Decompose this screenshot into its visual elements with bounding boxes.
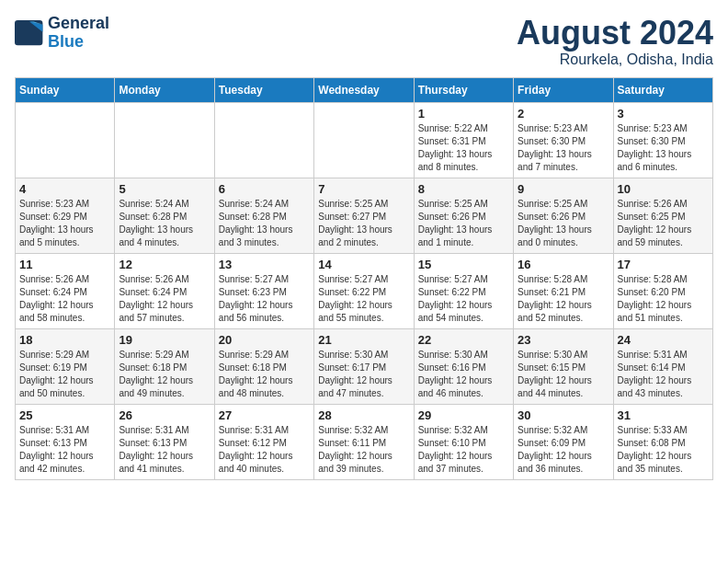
day-info: Sunrise: 5:30 AM Sunset: 6:17 PM Dayligh… (318, 349, 409, 400)
day-info: Sunrise: 5:23 AM Sunset: 6:30 PM Dayligh… (618, 122, 709, 174)
logo-line1: General (48, 15, 109, 33)
calendar-cell: 11Sunrise: 5:26 AM Sunset: 6:24 PM Dayli… (16, 253, 115, 328)
calendar-cell: 27Sunrise: 5:31 AM Sunset: 6:12 PM Dayli… (214, 404, 313, 479)
day-number: 22 (418, 333, 509, 347)
day-info: Sunrise: 5:30 AM Sunset: 6:15 PM Dayligh… (518, 349, 609, 400)
day-info: Sunrise: 5:25 AM Sunset: 6:27 PM Dayligh… (318, 198, 409, 249)
weekday-header: Saturday (613, 77, 712, 102)
day-number: 27 (219, 408, 310, 422)
day-number: 12 (119, 258, 210, 271)
logo-line2: Blue (48, 33, 109, 52)
calendar-cell: 23Sunrise: 5:30 AM Sunset: 6:15 PM Dayli… (514, 328, 613, 404)
calendar-cell: 24Sunrise: 5:31 AM Sunset: 6:14 PM Dayli… (613, 328, 712, 404)
day-number: 1 (418, 107, 509, 121)
day-info: Sunrise: 5:31 AM Sunset: 6:13 PM Dayligh… (19, 424, 110, 476)
day-info: Sunrise: 5:28 AM Sunset: 6:20 PM Dayligh… (618, 273, 709, 325)
day-number: 4 (19, 182, 110, 196)
day-number: 28 (318, 408, 409, 422)
calendar-cell (16, 102, 115, 178)
day-info: Sunrise: 5:26 AM Sunset: 6:24 PM Dayligh… (119, 273, 210, 325)
calendar-cell (115, 102, 214, 178)
calendar-week-row: 4Sunrise: 5:23 AM Sunset: 6:29 PM Daylig… (16, 178, 713, 253)
calendar-cell: 20Sunrise: 5:29 AM Sunset: 6:18 PM Dayli… (214, 328, 313, 404)
calendar-cell: 14Sunrise: 5:27 AM Sunset: 6:22 PM Dayli… (314, 253, 414, 328)
weekday-header: Thursday (414, 77, 513, 102)
day-number: 15 (418, 258, 509, 271)
day-number: 6 (219, 182, 310, 196)
day-info: Sunrise: 5:23 AM Sunset: 6:29 PM Dayligh… (19, 198, 110, 249)
day-number: 24 (618, 333, 709, 347)
calendar-cell: 2Sunrise: 5:23 AM Sunset: 6:30 PM Daylig… (514, 102, 613, 178)
day-info: Sunrise: 5:27 AM Sunset: 6:23 PM Dayligh… (219, 273, 310, 325)
calendar-cell: 30Sunrise: 5:32 AM Sunset: 6:09 PM Dayli… (514, 404, 613, 479)
day-info: Sunrise: 5:26 AM Sunset: 6:25 PM Dayligh… (618, 198, 709, 249)
calendar-week-row: 18Sunrise: 5:29 AM Sunset: 6:19 PM Dayli… (16, 328, 713, 404)
day-info: Sunrise: 5:28 AM Sunset: 6:21 PM Dayligh… (518, 273, 609, 325)
day-number: 29 (418, 408, 509, 422)
calendar-cell (314, 102, 414, 178)
calendar-cell: 10Sunrise: 5:26 AM Sunset: 6:25 PM Dayli… (613, 178, 712, 253)
weekday-header-row: SundayMondayTuesdayWednesdayThursdayFrid… (16, 77, 713, 102)
day-info: Sunrise: 5:24 AM Sunset: 6:28 PM Dayligh… (119, 198, 210, 249)
day-number: 19 (119, 333, 210, 347)
day-number: 30 (518, 408, 609, 422)
calendar-table: SundayMondayTuesdayWednesdayThursdayFrid… (15, 77, 713, 480)
day-number: 21 (318, 333, 409, 347)
day-number: 8 (418, 182, 509, 196)
day-info: Sunrise: 5:32 AM Sunset: 6:10 PM Dayligh… (418, 424, 509, 476)
day-number: 3 (618, 107, 709, 121)
day-info: Sunrise: 5:31 AM Sunset: 6:13 PM Dayligh… (119, 424, 210, 476)
day-number: 2 (518, 107, 609, 121)
month-title: August 2024 (517, 15, 713, 52)
calendar-cell: 1Sunrise: 5:22 AM Sunset: 6:31 PM Daylig… (414, 102, 513, 178)
day-info: Sunrise: 5:33 AM Sunset: 6:08 PM Dayligh… (618, 424, 709, 476)
day-number: 20 (219, 333, 310, 347)
day-info: Sunrise: 5:24 AM Sunset: 6:28 PM Dayligh… (219, 198, 310, 249)
calendar-cell: 26Sunrise: 5:31 AM Sunset: 6:13 PM Dayli… (115, 404, 214, 479)
location: Rourkela, Odisha, India (517, 52, 713, 68)
day-info: Sunrise: 5:32 AM Sunset: 6:11 PM Dayligh… (318, 424, 409, 476)
day-number: 18 (19, 333, 110, 347)
weekday-header: Wednesday (314, 77, 414, 102)
calendar-cell: 16Sunrise: 5:28 AM Sunset: 6:21 PM Dayli… (514, 253, 613, 328)
calendar-cell: 12Sunrise: 5:26 AM Sunset: 6:24 PM Dayli… (115, 253, 214, 328)
calendar-cell: 13Sunrise: 5:27 AM Sunset: 6:23 PM Dayli… (214, 253, 313, 328)
day-info: Sunrise: 5:26 AM Sunset: 6:24 PM Dayligh… (19, 273, 110, 325)
day-info: Sunrise: 5:22 AM Sunset: 6:31 PM Dayligh… (418, 122, 509, 174)
calendar-cell: 6Sunrise: 5:24 AM Sunset: 6:28 PM Daylig… (214, 178, 313, 253)
day-info: Sunrise: 5:25 AM Sunset: 6:26 PM Dayligh… (518, 198, 609, 249)
day-info: Sunrise: 5:30 AM Sunset: 6:16 PM Dayligh… (418, 349, 509, 400)
calendar-cell: 22Sunrise: 5:30 AM Sunset: 6:16 PM Dayli… (414, 328, 513, 404)
day-number: 10 (618, 182, 709, 196)
day-number: 11 (19, 258, 110, 271)
day-number: 16 (518, 258, 609, 271)
calendar-week-row: 11Sunrise: 5:26 AM Sunset: 6:24 PM Dayli… (16, 253, 713, 328)
calendar-cell (214, 102, 313, 178)
day-number: 9 (518, 182, 609, 196)
calendar-cell: 25Sunrise: 5:31 AM Sunset: 6:13 PM Dayli… (16, 404, 115, 479)
day-info: Sunrise: 5:25 AM Sunset: 6:26 PM Dayligh… (418, 198, 509, 249)
day-number: 25 (19, 408, 110, 422)
day-info: Sunrise: 5:29 AM Sunset: 6:18 PM Dayligh… (219, 349, 310, 400)
weekday-header: Tuesday (214, 77, 313, 102)
day-number: 31 (618, 408, 709, 422)
weekday-header: Monday (115, 77, 214, 102)
weekday-header: Sunday (16, 77, 115, 102)
day-number: 5 (119, 182, 210, 196)
day-number: 26 (119, 408, 210, 422)
day-info: Sunrise: 5:31 AM Sunset: 6:14 PM Dayligh… (618, 349, 709, 400)
day-number: 14 (318, 258, 409, 271)
calendar-cell: 19Sunrise: 5:29 AM Sunset: 6:18 PM Dayli… (115, 328, 214, 404)
calendar-cell: 28Sunrise: 5:32 AM Sunset: 6:11 PM Dayli… (314, 404, 414, 479)
page-header: General Blue August 2024 Rourkela, Odish… (15, 15, 713, 68)
title-block: August 2024 Rourkela, Odisha, India (517, 15, 713, 68)
day-info: Sunrise: 5:32 AM Sunset: 6:09 PM Dayligh… (518, 424, 609, 476)
calendar-cell: 18Sunrise: 5:29 AM Sunset: 6:19 PM Dayli… (16, 328, 115, 404)
calendar-cell: 8Sunrise: 5:25 AM Sunset: 6:26 PM Daylig… (414, 178, 513, 253)
day-number: 17 (618, 258, 709, 271)
day-number: 7 (318, 182, 409, 196)
day-number: 23 (518, 333, 609, 347)
calendar-cell: 7Sunrise: 5:25 AM Sunset: 6:27 PM Daylig… (314, 178, 414, 253)
calendar-cell: 31Sunrise: 5:33 AM Sunset: 6:08 PM Dayli… (613, 404, 712, 479)
day-number: 13 (219, 258, 310, 271)
